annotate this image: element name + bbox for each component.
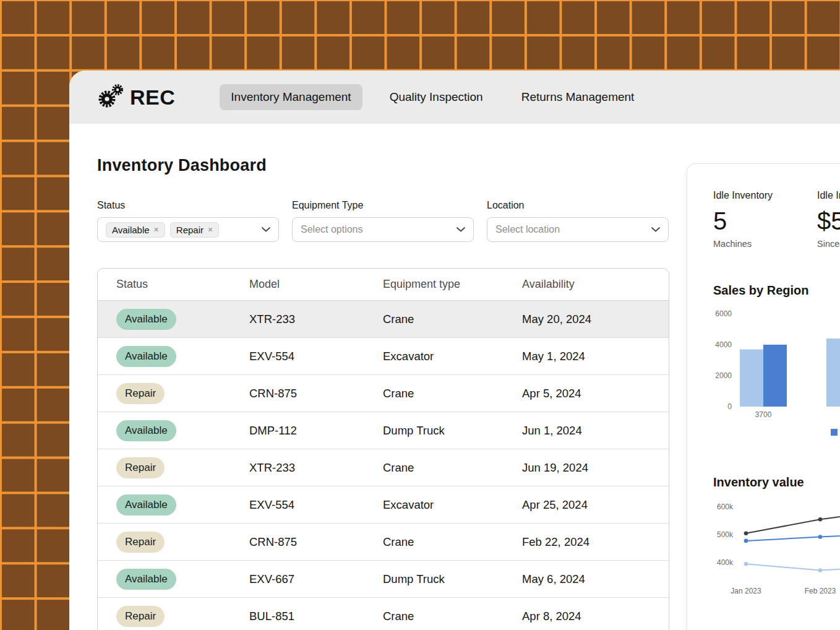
location-select[interactable]: Select location xyxy=(487,217,669,242)
idle-inventory-machines-stat: Idle Inventory 5 Machines xyxy=(713,190,817,249)
availability-cell: May 1, 2024 xyxy=(522,350,650,363)
chip-remove-icon[interactable]: × xyxy=(154,225,159,234)
chip-label: Available xyxy=(112,225,150,235)
equipment-type-filter-label: Equipment Type xyxy=(292,200,474,211)
availability-cell: Feb 22, 2024 xyxy=(522,535,650,549)
table-row[interactable]: Repair CRN-875 Crane Feb 22, 2024 xyxy=(98,524,669,561)
table-row[interactable]: Available DMP-112 Dump Truck Jun 1, 2024 xyxy=(98,412,669,449)
equipment-type-filter: Equipment Type Select options xyxy=(292,200,474,242)
stats-panel: Idle Inventory 5 Machines Idle Inventory… xyxy=(687,163,840,630)
svg-text:2000: 2000 xyxy=(715,371,732,380)
status-multiselect[interactable]: Available × Repair × xyxy=(97,217,279,242)
app-window: REC Inventory Management Quality Inspect… xyxy=(69,71,840,630)
equipment-type-cell: Crane xyxy=(383,535,522,549)
svg-text:3700: 3700 xyxy=(755,410,772,419)
bar-chart-legend xyxy=(831,427,840,434)
equipment-type-cell: Crane xyxy=(383,313,522,326)
chevron-down-icon xyxy=(651,227,660,232)
svg-text:Jan 2023: Jan 2023 xyxy=(731,587,761,595)
svg-text:4000: 4000 xyxy=(715,340,732,349)
model-cell: CRN-875 xyxy=(249,387,383,400)
chip-remove-icon[interactable]: × xyxy=(208,225,213,234)
chevron-down-icon xyxy=(456,227,465,232)
sales-by-region-chart: 020004000600037004400 xyxy=(713,306,840,434)
table-row[interactable]: Available XTR-233 Crane May 20, 2024 xyxy=(98,301,669,338)
equipment-type-cell: Dump Truck xyxy=(383,424,522,438)
model-cell: EXV-554 xyxy=(249,498,383,512)
status-badge: Available xyxy=(116,494,176,516)
table-body: Available XTR-233 Crane May 20, 2024 Ava… xyxy=(98,301,669,630)
status-badge: Repair xyxy=(116,606,165,627)
svg-text:500k: 500k xyxy=(717,530,734,539)
availability-cell: Apr 25, 2024 xyxy=(522,498,650,512)
nav-quality-inspection[interactable]: Quality Inspection xyxy=(379,84,494,110)
location-filter-label: Location xyxy=(487,200,669,211)
column-header-equipment-type: Equipment type xyxy=(383,278,522,291)
idle-inventory-stats: Idle Inventory 5 Machines Idle Inventory… xyxy=(713,190,840,249)
svg-text:600k: 600k xyxy=(717,503,734,511)
table-row[interactable]: Available EXV-667 Dump Truck May 6, 2024 xyxy=(98,561,669,598)
svg-text:0: 0 xyxy=(727,402,732,411)
table-header-row: Status Model Equipment type Availability xyxy=(98,269,669,301)
availability-cell: Jun 19, 2024 xyxy=(522,461,650,475)
column-header-status: Status xyxy=(116,278,249,291)
svg-text:6000: 6000 xyxy=(715,309,732,318)
model-cell: EXV-554 xyxy=(249,350,383,363)
main-content: Inventory Dashboard Status Available × R… xyxy=(69,124,675,630)
inventory-value-title: Inventory value xyxy=(713,475,840,490)
chevron-down-icon xyxy=(262,227,270,232)
table-row[interactable]: Repair XTR-233 Crane Jun 19, 2024 xyxy=(98,449,669,486)
status-badge: Available xyxy=(116,309,176,330)
model-cell: XTR-233 xyxy=(249,461,383,475)
availability-cell: May 20, 2024 xyxy=(522,313,650,326)
status-badge: Available xyxy=(116,569,176,590)
availability-cell: Apr 8, 2024 xyxy=(522,610,650,623)
stat-sub-label: Machines xyxy=(713,239,817,249)
stat-value: 5 xyxy=(713,207,817,235)
table-row[interactable]: Repair CRN-875 Crane Apr 5, 2024 xyxy=(98,375,669,412)
equipment-type-cell: Crane xyxy=(383,461,522,475)
main-nav: Inventory Management Quality Inspection … xyxy=(220,84,645,110)
stat-sub-label: Since xyxy=(817,239,840,249)
filter-bar: Status Available × Repair × xyxy=(97,200,675,242)
equipment-type-cell: Dump Truck xyxy=(383,572,522,586)
svg-text:400k: 400k xyxy=(717,558,734,567)
sales-by-region-title: Sales by Region xyxy=(713,283,840,298)
table-row[interactable]: Repair BUL-851 Crane Apr 8, 2024 xyxy=(98,598,669,630)
stat-label: Idle Inventory xyxy=(817,190,840,201)
table-row[interactable]: Available EXV-554 Excavator Apr 25, 2024 xyxy=(98,486,669,524)
equipment-type-cell: Excavator xyxy=(383,498,522,512)
inventory-table: Status Model Equipment type Availability… xyxy=(97,268,669,630)
page-title: Inventory Dashboard xyxy=(97,156,675,175)
status-badge: Repair xyxy=(116,457,165,478)
model-cell: EXV-667 xyxy=(249,572,383,586)
stat-value: $5 xyxy=(817,207,840,235)
idle-inventory-value-stat: Idle Inventory $5 Since xyxy=(817,190,840,249)
location-filter: Location Select location xyxy=(487,200,669,242)
model-cell: DMP-112 xyxy=(249,424,383,438)
status-chips: Available × Repair × xyxy=(106,222,219,238)
status-filter-label: Status xyxy=(97,200,279,211)
inventory-value-chart: 600k500k400kJan 2023Feb 2023Mar 2023 xyxy=(713,499,840,604)
legend-swatch-icon xyxy=(831,429,838,436)
model-cell: XTR-233 xyxy=(249,313,383,326)
top-navigation-bar: REC Inventory Management Quality Inspect… xyxy=(69,71,840,124)
svg-text:Feb 2023: Feb 2023 xyxy=(805,587,836,595)
rec-logo: REC xyxy=(96,83,175,111)
chip-label: Repair xyxy=(176,225,204,235)
equipment-type-cell: Excavator xyxy=(383,350,522,363)
model-cell: CRN-875 xyxy=(249,535,383,549)
table-row[interactable]: Available EXV-554 Excavator May 1, 2024 xyxy=(98,338,669,375)
nav-inventory-management[interactable]: Inventory Management xyxy=(220,84,362,110)
equipment-type-cell: Crane xyxy=(383,610,522,623)
availability-cell: Jun 1, 2024 xyxy=(522,424,650,438)
location-placeholder: Select location xyxy=(495,224,560,235)
status-chip-repair[interactable]: Repair × xyxy=(170,222,219,238)
nav-returns-management[interactable]: Returns Management xyxy=(510,84,646,110)
status-badge: Repair xyxy=(116,532,165,553)
equipment-type-select[interactable]: Select options xyxy=(292,217,474,242)
status-badge: Available xyxy=(116,346,176,367)
status-badge: Available xyxy=(116,420,176,441)
status-chip-available[interactable]: Available × xyxy=(106,222,165,238)
availability-cell: Apr 5, 2024 xyxy=(522,387,650,400)
